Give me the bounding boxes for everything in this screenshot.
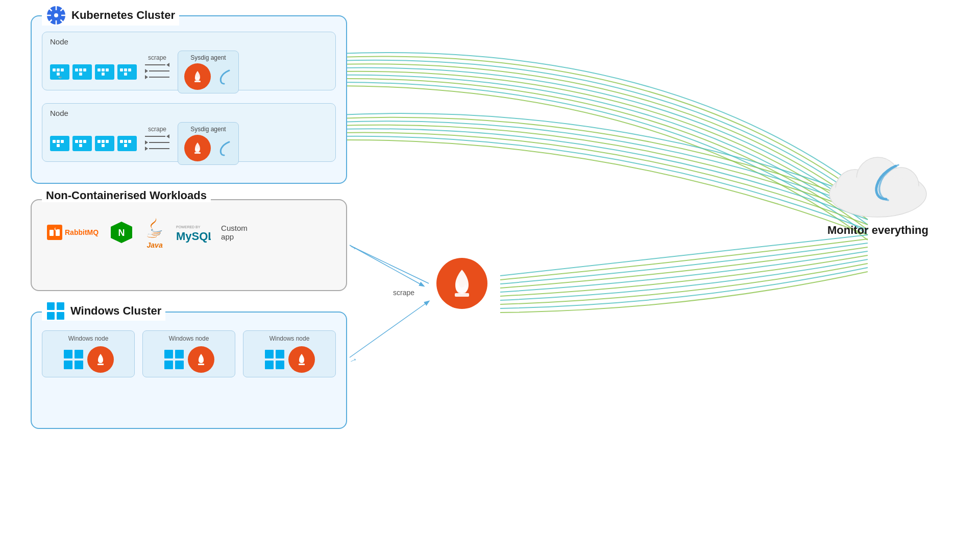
svg-rect-45	[57, 144, 60, 147]
svg-rect-87	[265, 361, 274, 369]
cloud-monitor-box: Monitor everything	[796, 153, 960, 237]
svg-rect-58	[124, 140, 127, 143]
noncontainer-icons: RabbitMQ N Java	[32, 200, 346, 254]
arrow-windows-to-central: →	[347, 353, 359, 367]
kubernetes-title: Kubernetes Cluster	[71, 9, 175, 22]
windows-node1-sysdig-icon	[87, 346, 114, 373]
windows-nodes: Windows node	[32, 313, 346, 385]
windows-node3: Windows node	[243, 330, 336, 377]
svg-rect-77	[64, 361, 72, 369]
svg-rect-73	[47, 312, 55, 320]
rabbitmq-icon-group: RabbitMQ	[47, 225, 99, 240]
mysql-icon-group: POWERED BY MySQL	[175, 222, 211, 243]
central-sysdig-agent	[429, 250, 495, 317]
svg-rect-81	[175, 350, 184, 358]
svg-rect-84	[198, 364, 204, 365]
svg-rect-89	[299, 364, 305, 365]
svg-point-10	[54, 13, 58, 17]
svg-rect-48	[79, 140, 82, 143]
kubernetes-header: Kubernetes Cluster	[42, 5, 179, 26]
node2-box: Node	[42, 103, 336, 162]
svg-rect-62	[47, 225, 62, 240]
svg-rect-32	[102, 68, 105, 71]
windows-node2-label: Windows node	[169, 335, 209, 342]
sysdig-flame2-icon	[184, 135, 211, 161]
windows-node2-windows-icon	[163, 349, 185, 370]
svg-rect-72	[57, 302, 64, 310]
svg-text:POWERED BY: POWERED BY	[176, 225, 201, 229]
svg-rect-76	[75, 350, 83, 358]
svg-rect-31	[97, 68, 101, 71]
svg-rect-56	[117, 136, 137, 151]
svg-rect-78	[75, 361, 83, 369]
sysdig-agent2-box: Sysdig agent	[178, 122, 239, 165]
node1-label: Node	[50, 37, 68, 46]
central-sysdig-flame-icon	[436, 258, 487, 309]
svg-rect-82	[164, 361, 173, 369]
svg-text:N: N	[118, 228, 125, 238]
agent2-label: Sysdig agent	[190, 126, 226, 133]
svg-rect-79	[97, 364, 104, 365]
sysdig-agent1-box: Sysdig agent	[178, 51, 239, 93]
svg-text:MySQL: MySQL	[176, 230, 211, 243]
svg-rect-90	[455, 293, 469, 297]
svg-rect-59	[128, 140, 131, 143]
sysdig-lens1-icon	[214, 67, 232, 86]
svg-rect-41	[50, 136, 69, 151]
svg-rect-46	[72, 136, 92, 151]
arrow-noncontainer-to-central: →	[347, 241, 359, 254]
svg-rect-25	[72, 64, 92, 80]
kubernetes-cluster-box: Kubernetes Cluster Node 🐳	[31, 15, 347, 184]
windows-node1: Windows node	[42, 330, 135, 377]
custom-app-label: Customapp	[221, 224, 248, 241]
windows-header: Windows Cluster	[42, 301, 165, 321]
windows-node1-windows-icon	[63, 349, 84, 370]
windows-title: Windows Cluster	[70, 304, 161, 318]
svg-rect-55	[102, 144, 105, 147]
java-label: Java	[147, 241, 163, 249]
svg-rect-21	[57, 68, 60, 71]
svg-rect-37	[124, 68, 127, 71]
cloud-shape	[822, 153, 934, 220]
mysql-icon: POWERED BY MySQL	[175, 222, 211, 243]
docker-icon	[72, 136, 92, 151]
node1-docker-icons: 🐳	[50, 64, 137, 80]
windows-node3-sysdig-icon	[288, 346, 315, 373]
svg-rect-52	[97, 140, 101, 143]
diagram-container: .stream-line-teal { stroke: #4bbfbf; fil…	[0, 0, 980, 551]
docker-icon	[50, 136, 69, 151]
svg-rect-57	[120, 140, 123, 143]
svg-rect-83	[175, 361, 184, 369]
windows-node1-label: Windows node	[68, 335, 109, 342]
node2-label: Node	[50, 109, 68, 117]
kubernetes-icon	[46, 5, 66, 26]
svg-rect-49	[83, 140, 86, 143]
svg-rect-60	[124, 144, 127, 147]
central-scrape-label: scrape	[393, 289, 414, 297]
docker-icon	[95, 64, 114, 80]
svg-rect-80	[164, 350, 173, 358]
docker-icon: 🐳	[50, 64, 69, 80]
noncontainer-title: Non-Containerised Workloads	[46, 189, 207, 202]
svg-point-66	[55, 228, 57, 230]
svg-rect-29	[79, 73, 82, 76]
docker-icon	[117, 136, 137, 151]
svg-rect-61	[194, 152, 201, 154]
svg-rect-63	[50, 230, 54, 236]
windows-node3-windows-icon	[264, 349, 285, 370]
svg-rect-88	[276, 361, 284, 369]
node1-box: Node 🐳	[42, 32, 336, 90]
java-icon-group: Java	[144, 215, 165, 249]
rabbitmq-icon	[47, 225, 62, 240]
svg-rect-20	[53, 68, 56, 71]
scrape2-label: scrape	[148, 126, 166, 133]
svg-rect-53	[102, 140, 105, 143]
scrape1-label: scrape	[148, 54, 166, 61]
svg-rect-47	[75, 140, 78, 143]
svg-rect-27	[79, 68, 82, 71]
rabbitmq-label: RabbitMQ	[65, 228, 99, 236]
docker-icon	[95, 136, 114, 151]
svg-rect-43	[57, 140, 60, 143]
windows-icon	[46, 301, 65, 321]
svg-rect-40	[194, 81, 201, 82]
